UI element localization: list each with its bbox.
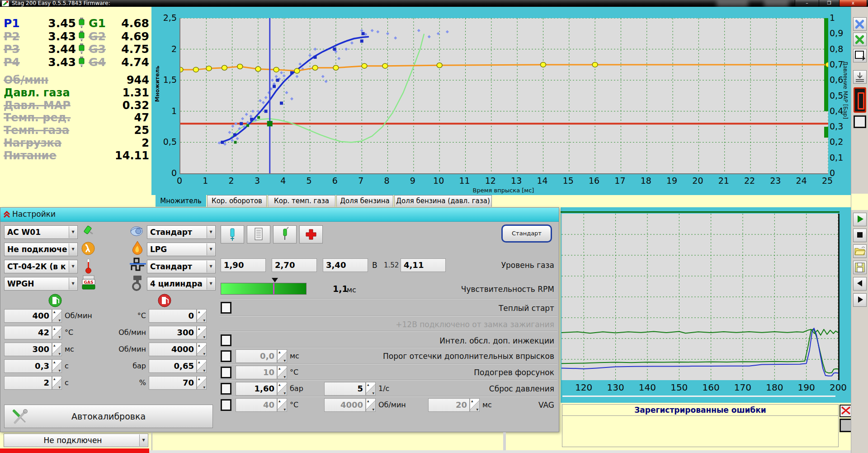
setting-field[interactable]: 400 <box>4 309 52 323</box>
gas-level-sensor-select[interactable]: WPGH▼ <box>4 277 78 291</box>
aero-glass-artifact <box>764 0 789 7</box>
setting-field[interactable]: 0 <box>149 309 197 323</box>
oscilloscope-save-button[interactable] <box>853 261 867 274</box>
setting-field[interactable]: 42 <box>4 326 52 339</box>
oscilloscope-plot-area[interactable] <box>561 214 840 380</box>
chevron-down-icon[interactable]: ▼ <box>207 261 215 272</box>
vag-time-field[interactable]: 20 <box>428 398 470 412</box>
setting-stepper[interactable] <box>197 326 207 339</box>
standard-button[interactable]: Стандарт <box>501 224 552 243</box>
gas-level-threshold-2[interactable]: 2,70 <box>272 258 317 272</box>
injector-calibration-button[interactable] <box>273 225 297 243</box>
multiplier-plot-area[interactable] <box>179 18 828 174</box>
setting-stepper[interactable] <box>52 309 62 323</box>
chevron-down-icon[interactable]: ▼ <box>69 261 77 272</box>
extra-injection-cutoff-stepper[interactable] <box>277 349 287 363</box>
petrol-pump-green-icon[interactable] <box>48 294 62 307</box>
setting-field[interactable]: 70 <box>149 376 197 390</box>
temp-sensor-select[interactable]: СТ-04-2К (в к▼ <box>4 260 78 273</box>
pressure-reset-bar-stepper[interactable] <box>277 382 287 396</box>
vag-temp-field[interactable]: 40 <box>236 398 277 412</box>
connection-status-select[interactable]: Не подключен▼ <box>4 434 148 447</box>
pressure-reset-checkbox[interactable] <box>221 383 231 395</box>
warm-start-checkbox[interactable] <box>221 302 231 314</box>
setting-field[interactable]: 300 <box>4 343 52 356</box>
tab-gas-temp-correction[interactable]: Кор. темп. газа <box>268 195 335 207</box>
tab-multiplier[interactable]: Множитель <box>156 195 206 207</box>
setting-stepper[interactable] <box>52 343 62 356</box>
tab-rpm-correction[interactable]: Кор. оборотов <box>207 195 267 207</box>
setting-field[interactable]: 4000 <box>149 343 197 356</box>
apply-green-button[interactable] <box>853 33 867 46</box>
report-button[interactable] <box>247 225 270 243</box>
chevron-down-icon[interactable]: ▼ <box>207 243 215 255</box>
diagnostics-button[interactable] <box>299 225 323 243</box>
setting-stepper[interactable] <box>197 343 207 356</box>
setting-stepper[interactable] <box>197 309 207 323</box>
injector-test-button[interactable] <box>221 225 244 243</box>
oscilloscope-play-button[interactable] <box>853 213 867 226</box>
setting-field[interactable]: 2 <box>4 376 52 390</box>
injector-heating-stepper[interactable] <box>277 366 287 379</box>
close-blue-button[interactable] <box>853 17 867 31</box>
injector-heating-checkbox[interactable] <box>221 367 231 378</box>
gas-level-threshold-4[interactable]: 4,11 <box>401 258 446 272</box>
tab-petrol-share-gas-pressure[interactable]: Доля бензина (давл. газа) <box>394 195 492 207</box>
loop-button[interactable] <box>853 49 867 62</box>
oscilloscope-stop-button[interactable] <box>853 229 867 242</box>
rpm-sensitivity-slider[interactable] <box>221 283 307 295</box>
errors-list[interactable] <box>562 416 838 447</box>
tab-petrol-share[interactable]: Доля бензина <box>336 195 393 207</box>
oscilloscope-open-button[interactable] <box>853 244 867 258</box>
chevron-down-icon[interactable]: ▼ <box>207 226 215 238</box>
setting-stepper[interactable] <box>52 326 62 339</box>
injector-heating-field[interactable]: 10 <box>236 366 277 379</box>
setting-stepper[interactable] <box>52 376 62 390</box>
slider-pointer-icon[interactable] <box>272 278 278 282</box>
fuel-type-select[interactable]: LPG▼ <box>147 243 216 256</box>
setting-stepper[interactable] <box>197 376 207 390</box>
settings-header[interactable]: Настройки <box>0 208 559 222</box>
oscilloscope-scrollbar[interactable] <box>562 396 835 397</box>
vag-rpm-field[interactable]: 4000 <box>324 398 366 412</box>
collect-button[interactable] <box>853 70 867 84</box>
lambda-select[interactable]: Не подключе▼ <box>4 243 78 256</box>
setting-stepper[interactable] <box>197 359 207 373</box>
injector-type-select[interactable]: AC W01▼ <box>4 225 78 239</box>
car-profile-select[interactable]: Стандарт▼ <box>147 225 216 239</box>
close-button[interactable]: x <box>839 0 867 7</box>
vag-checkbox[interactable] <box>221 399 231 411</box>
autocalibration-button[interactable]: Автокалибровка <box>4 405 213 428</box>
chevron-down-icon[interactable]: ▼ <box>69 278 77 290</box>
oscilloscope-next-button[interactable] <box>853 293 867 307</box>
cylinder-count-select[interactable]: 4 цилиндра▼ <box>147 277 216 291</box>
setting-field[interactable]: 0,3 <box>4 359 52 373</box>
readout-value: 0.32 <box>72 99 149 112</box>
oscilloscope-prev-button[interactable] <box>853 277 867 291</box>
chevron-down-icon[interactable]: ▼ <box>69 243 77 255</box>
setting-field[interactable]: 0,65 <box>149 359 197 373</box>
slider-handle[interactable] <box>273 283 274 294</box>
intel-extra-injection-checkbox[interactable] <box>221 334 231 346</box>
petrol-pump-red-icon[interactable] <box>158 294 171 307</box>
restore-button[interactable]: ❐ <box>819 0 840 7</box>
minimize-button[interactable]: – <box>795 0 819 7</box>
signal-type-select[interactable]: Стандарт▼ <box>147 260 216 273</box>
pressure-reset-rate-field[interactable]: 5 <box>324 382 366 396</box>
setting-field[interactable]: 300 <box>149 326 197 339</box>
vag-rpm-stepper[interactable] <box>366 398 376 412</box>
chevron-down-icon[interactable]: ▼ <box>207 278 215 290</box>
extra-injection-cutoff-field[interactable]: 0,0 <box>236 349 277 363</box>
vag-time-stepper[interactable] <box>470 398 480 412</box>
setting-stepper[interactable] <box>52 359 62 373</box>
pressure-reset-bar-field[interactable]: 1,60 <box>236 382 277 396</box>
indicator-box[interactable] <box>854 115 866 128</box>
gas-level-threshold-3[interactable]: 3,40 <box>323 258 368 272</box>
vag-temp-stepper[interactable] <box>277 398 287 412</box>
collapse-chevrons-icon[interactable] <box>3 211 10 218</box>
extra-injection-cutoff-checkbox[interactable] <box>221 350 231 362</box>
chevron-down-icon[interactable]: ▼ <box>69 226 77 238</box>
pressure-reset-rate-stepper[interactable] <box>366 382 376 396</box>
gas-level-threshold-1[interactable]: 1,90 <box>221 258 266 272</box>
chevron-down-icon[interactable]: ▼ <box>139 434 147 446</box>
